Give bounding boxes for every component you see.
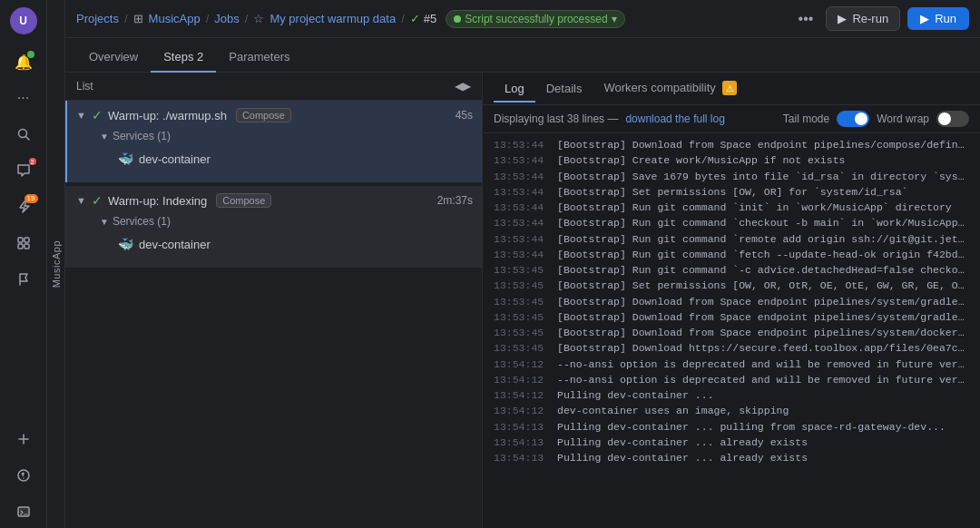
service-name-2: dev-container <box>139 238 211 251</box>
rerun-button[interactable]: ▶ Re-run <box>826 6 900 31</box>
tab-steps[interactable]: Steps 2 <box>151 43 216 73</box>
job-name-1: Warm-up: ./warmup.sh <box>108 109 227 122</box>
log-timestamp: 13:53:44 <box>494 137 557 152</box>
word-wrap-toggle[interactable] <box>936 111 969 127</box>
log-line: 13:54:13Pulling dev-container ... alread… <box>483 450 980 465</box>
log-line: 13:53:45[Bootstrap] Set permissions [OW,… <box>483 278 980 293</box>
log-line: 13:53:45[Bootstrap] Run git command `-c … <box>483 262 980 278</box>
header-actions: ••• ▶ Re-run ▶ Run <box>793 6 969 31</box>
breadcrumb-musicapp[interactable]: MusicApp <box>149 12 201 25</box>
log-timestamp: 13:53:45 <box>494 325 557 340</box>
log-timestamp: 13:53:45 <box>494 278 557 293</box>
log-timestamp: 13:53:45 <box>494 262 557 278</box>
tab-overview[interactable]: Overview <box>76 43 151 73</box>
log-line: 13:54:13Pulling dev-container ... pullin… <box>483 419 980 435</box>
breadcrumb-project[interactable]: My project warmup data <box>270 12 396 25</box>
tab-parameters[interactable]: Parameters <box>216 43 302 73</box>
log-message: --no-ansi option is deprecated and will … <box>557 357 969 372</box>
log-line: 13:54:13Pulling dev-container ... alread… <box>483 435 980 450</box>
log-timestamp: 13:54:13 <box>494 450 557 465</box>
app-icon: ⊞ <box>133 12 143 25</box>
right-panel: Log Details Workers compatibility ⚠ Disp… <box>483 73 980 528</box>
job-name-2: Warm-up: Indexing <box>108 194 207 208</box>
log-message: [Bootstrap] Save 1679 bytes into file `i… <box>557 169 969 184</box>
log-message: Pulling dev-container ... <box>557 387 714 403</box>
services-header-1[interactable]: ▼ Services (1) <box>100 126 464 146</box>
job-item-warmup-sh[interactable]: ▼ ✓ Warm-up: ./warmup.sh Compose 45s ▼ S… <box>65 101 482 182</box>
log-timestamp: 13:53:45 <box>494 309 557 325</box>
help-icon[interactable] <box>7 459 40 492</box>
add-icon[interactable] <box>7 423 40 455</box>
log-message: [Bootstrap] Set permissions [OW, OR, OtR… <box>557 278 969 293</box>
log-timestamp: 13:53:44 <box>494 247 557 262</box>
log-line: 13:54:12dev-container uses an image, ski… <box>483 403 980 418</box>
more-icon[interactable]: ··· <box>7 82 40 114</box>
flag-icon[interactable] <box>7 263 40 296</box>
download-link[interactable]: download the full log <box>625 112 724 125</box>
log-line: 13:53:44[Bootstrap] Create work/MusicApp… <box>483 152 980 168</box>
job-tag-2: Compose <box>216 193 271 208</box>
log-message: [Bootstrap] Run git command `checkout -b… <box>557 215 969 230</box>
job-item-warmup-indexing[interactable]: ▼ ✓ Warm-up: Indexing Compose 2m:37s ▼ S… <box>65 186 482 268</box>
bell-icon[interactable]: 🔔 <box>7 45 40 78</box>
run-button[interactable]: ▶ Run <box>907 7 969 30</box>
log-line: 13:53:44[Bootstrap] Save 1679 bytes into… <box>483 169 980 184</box>
status-pill[interactable]: Script successfully processed ▾ <box>446 10 624 28</box>
workers-warning-badge: ⚠ <box>722 81 737 95</box>
chat-icon[interactable]: 2 <box>7 154 40 187</box>
log-timestamp: 13:53:44 <box>494 215 557 230</box>
log-timestamp: 13:54:12 <box>494 357 557 372</box>
log-line: 13:54:12Pulling dev-container ... <box>483 387 980 403</box>
tail-mode-toggle[interactable] <box>837 111 869 127</box>
log-line: 13:53:44[Bootstrap] Run git command `ini… <box>483 200 980 215</box>
log-tabs: Log Details Workers compatibility ⚠ <box>483 73 980 105</box>
log-line: 13:53:44[Bootstrap] Download from Space … <box>483 137 980 152</box>
log-content: 13:53:44[Bootstrap] Download from Space … <box>483 133 980 528</box>
breadcrumb-bar: Projects / ⊞ MusicApp / Jobs / ☆ My proj… <box>65 0 980 38</box>
svg-point-8 <box>18 470 29 481</box>
svg-rect-3 <box>24 238 29 242</box>
left-panel: List ◀▶ ▼ ✓ Warm-up: ./warmup.sh Compose… <box>65 73 483 528</box>
services-label-2: Services (1) <box>113 215 171 228</box>
log-timestamp: 13:54:12 <box>494 403 557 418</box>
job-item-header-1: ▼ ✓ Warm-up: ./warmup.sh Compose 45s <box>76 108 473 122</box>
services-header-2[interactable]: ▼ Services (1) <box>100 211 464 231</box>
log-message: [Bootstrap] Create work/MusicApp if not … <box>557 152 845 168</box>
log-timestamp: 13:53:44 <box>494 169 557 184</box>
log-message: [Bootstrap] Run git command `fetch --upd… <box>557 247 969 262</box>
lightning-icon[interactable] <box>7 191 40 223</box>
log-tab-workers[interactable]: Workers compatibility ⚠ <box>593 75 748 103</box>
log-message: [Bootstrap] Download from Space endpoint… <box>557 294 969 309</box>
log-message: Pulling dev-container ... already exists <box>557 450 808 465</box>
bc-sep4: / <box>401 12 405 25</box>
bc-sep1: / <box>124 12 128 25</box>
search-icon[interactable] <box>7 118 40 151</box>
bc-sep2: / <box>206 12 210 25</box>
status-dot <box>454 15 461 23</box>
terminal-icon[interactable] <box>7 495 40 528</box>
job-check-1: ✓ <box>92 108 103 122</box>
log-message: Pulling dev-container ... pulling from s… <box>557 419 946 435</box>
list-title: List <box>76 80 93 93</box>
breadcrumb-projects[interactable]: Projects <box>76 12 119 25</box>
log-tab-log[interactable]: Log <box>494 76 535 103</box>
list-body: ▼ ✓ Warm-up: ./warmup.sh Compose 45s ▼ S… <box>65 101 482 528</box>
service-item-1: 🐳 dev-container <box>100 146 464 171</box>
docker-icon-1: 🐳 <box>118 152 133 166</box>
log-line: 13:54:12--no-ansi option is deprecated a… <box>483 372 980 387</box>
sidebar: U 🔔 ··· 2 <box>0 0 47 528</box>
grid-icon[interactable] <box>7 227 40 259</box>
job-arrow-1: ▼ <box>76 110 86 121</box>
avatar[interactable]: U <box>10 7 37 34</box>
svg-line-1 <box>25 137 29 141</box>
log-tab-details[interactable]: Details <box>535 76 593 103</box>
docker-icon-2: 🐳 <box>118 237 133 251</box>
breadcrumb-jobs[interactable]: Jobs <box>214 12 239 25</box>
more-button[interactable]: ••• <box>793 9 819 29</box>
log-line: 13:53:45[Bootstrap] Download from Space … <box>483 325 980 340</box>
log-message: [Bootstrap] Run git command `remote add … <box>557 231 969 247</box>
job-duration-2: 2m:37s <box>437 194 473 207</box>
log-timestamp: 13:53:45 <box>494 294 557 309</box>
log-message: dev-container uses an image, skipping <box>557 403 789 418</box>
list-header: List ◀▶ <box>65 73 482 101</box>
